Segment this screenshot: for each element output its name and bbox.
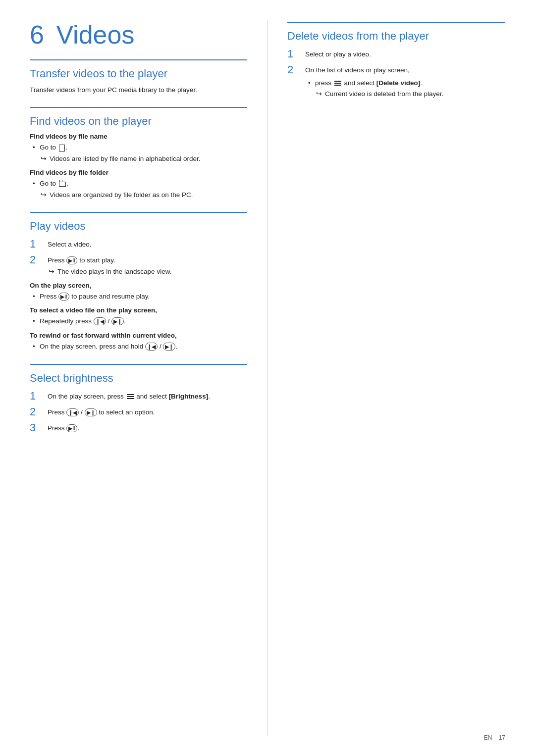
section-divider-find [30,107,247,108]
play-select-file-item: Repeatedly press ❙◀ / ▶❙. [40,316,247,327]
play-title: Play videos [30,220,247,233]
section-transfer: Transfer videos to the player Transfer v… [30,59,247,95]
play-on-screen-label: On the play screen, [30,282,247,289]
delete-step-2-item: press and select [Delete video]. Current… [315,78,505,100]
play-step-1-num: 1 [30,238,45,251]
play-step-2-content: Press ▶II to start play. The video plays… [48,253,247,277]
delete-step-1-content: Select or play a video. [305,48,505,59]
brightness-bracket-text: [Brightness] [169,393,209,400]
transfer-title: Transfer videos to the player [30,67,247,80]
find-filename-item: Go to . Videos are listed by file name i… [40,142,247,164]
find-filename-label: Find videos by file name [30,133,247,140]
delete-step-1-num: 1 [287,48,302,60]
play-select-file: To select a video file on the play scree… [30,306,247,327]
brightness-step-3-content: Press ▶II. [48,421,247,433]
find-by-filename: Find videos by file name Go to . Videos … [30,133,247,164]
play-select-file-list: Repeatedly press ❙◀ / ▶❙. [30,316,247,327]
footer-lang: EN [484,734,492,741]
chapter-title-text: Videos [56,20,134,49]
brightness-title: Select brightness [30,372,247,385]
find-filename-list: Go to . Videos are listed by file name i… [30,142,247,164]
delete-subitem: Current video is deleted from the player… [315,89,505,99]
play-step-1: 1 Select a video. [30,238,247,251]
section-divider-play [30,212,247,213]
play-step-2-num: 2 [30,253,45,266]
brightness-step-2-num: 2 [30,405,45,418]
right-column: Delete videos from the player 1 Select o… [268,20,505,736]
folder-icon [59,182,66,187]
brightness-step-2-content: Press ❙◀ / ▶❙ to select an option. [48,405,247,417]
play-step-2-subitem: The video plays in the landscape view. [48,267,247,277]
brightness-step-3: 3 Press ▶II. [30,421,247,434]
chapter-number: 6 [30,20,44,49]
play-rewind-list: On the play screen, press and hold ❙◀ / … [30,341,247,352]
find-folder-item: Go to . Videos are organized by file fol… [40,178,247,200]
file-icon [59,145,65,151]
section-delete: Delete videos from the player 1 Select o… [287,22,505,101]
play-step-2: 2 Press ▶II to start play. The video pla… [30,253,247,277]
play-select-file-label: To select a video file on the play scree… [30,306,247,314]
play-rewind: To rewind or fast forward within current… [30,332,247,352]
find-title: Find videos on the player [30,115,247,128]
play-step-2-text: Press ▶II to start play. [48,256,115,264]
delete-step-2-content: On the list of videos or play screen, pr… [305,63,505,101]
find-folder-label: Find videos by file folder [30,169,247,176]
delete-step-2: 2 On the list of videos or play screen, … [287,63,505,101]
section-divider-brightness [30,364,247,365]
find-folder-subitem: Videos are organized by file folder as o… [40,190,247,200]
play-step-1-content: Select a video. [48,238,247,250]
play-on-screen-item: Press ▶II to pause and resume play. [40,291,247,302]
brightness-step-3-num: 3 [30,421,45,434]
section-divider-delete [287,22,505,23]
brightness-step-1: 1 On the play screen, press and select [… [30,390,247,403]
find-folder-list: Go to . Videos are organized by file fol… [30,178,247,200]
chapter-title: 6 Videos [30,20,247,50]
chapter-header: 6 Videos [30,20,247,50]
brightness-step-1-content: On the play screen, press and select [Br… [48,390,247,402]
delete-step-2-list: press and select [Delete video]. Current… [305,78,505,100]
play-rewind-item: On the play screen, press and hold ❙◀ / … [40,341,247,352]
menu-icon-delete [334,80,341,86]
delete-title: Delete videos from the player [287,30,505,43]
left-column: 6 Videos Transfer videos to the player T… [30,20,268,736]
page-footer: EN 17 [484,734,505,741]
delete-step-2-num: 2 [287,63,302,76]
transfer-body: Transfer videos from your PC media libra… [30,85,247,95]
find-filename-subitem: Videos are listed by file name in alphab… [40,154,247,164]
page: 6 Videos Transfer videos to the player T… [0,0,535,756]
play-rewind-label: To rewind or fast forward within current… [30,332,247,339]
section-brightness: Select brightness 1 On the play screen, … [30,364,247,435]
delete-step-1-text: Select or play a video. [305,50,371,58]
play-on-screen: On the play screen, Press ▶II to pause a… [30,282,247,302]
play-step-1-text: Select a video. [48,241,92,248]
delete-step-1: 1 Select or play a video. [287,48,505,60]
footer-page: 17 [499,734,505,741]
delete-bracket-text: [Delete video] [376,79,421,87]
menu-icon-bright [127,394,134,400]
section-play: Play videos 1 Select a video. 2 Press ▶I… [30,212,247,352]
delete-step-2-text: On the list of videos or play screen, [305,66,410,74]
section-divider-transfer [30,59,247,60]
brightness-step-1-num: 1 [30,390,45,403]
find-by-folder: Find videos by file folder Go to . Video… [30,169,247,200]
brightness-step-2: 2 Press ❙◀ / ▶❙ to select an option. [30,405,247,418]
play-on-screen-list: Press ▶II to pause and resume play. [30,291,247,302]
section-find: Find videos on the player Find videos by… [30,107,247,200]
